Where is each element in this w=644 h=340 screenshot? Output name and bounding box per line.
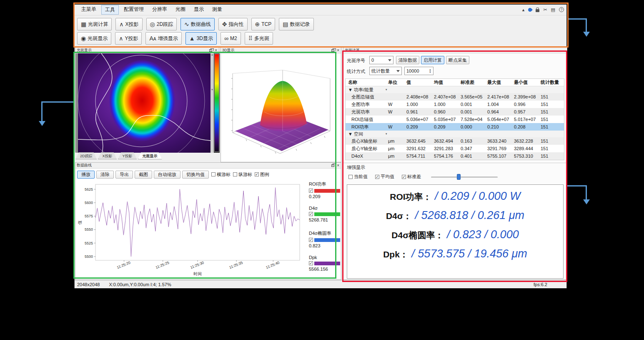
menu-aperture[interactable]: 光圈 — [172, 5, 189, 15]
legend-checkbox[interactable]: ✓ — [309, 212, 313, 216]
data-record-button-label: 数据记录 — [290, 21, 310, 28]
column-header: 单位 — [386, 79, 404, 86]
mean-value-checkbox-box[interactable]: ✓ — [375, 175, 379, 179]
2d-tracking-button[interactable]: ◎2D跟踪 — [146, 18, 177, 30]
x-projection-button[interactable]: ∧X投影 — [115, 18, 142, 30]
float-window-icon[interactable] — [209, 49, 212, 52]
std-value-checkbox-box[interactable]: ✓ — [402, 175, 406, 179]
menu-resolution[interactable]: 分辨率 — [149, 5, 170, 15]
snapshot-button[interactable]: 截图 — [135, 171, 152, 179]
legend-checkbox-box[interactable]: ✓ — [255, 172, 259, 176]
enable-calc-button[interactable]: 启用计算 — [421, 56, 444, 64]
table-group-row[interactable]: ▼ 空间▾ — [346, 131, 564, 137]
enhance-slider-track[interactable] — [431, 176, 498, 178]
spot-calc-button[interactable]: ▦光斑计算 — [77, 18, 112, 30]
table-row[interactable]: ROI总辐值5.036e+075.035e+077.528e+045.054e+… — [346, 116, 564, 123]
table-row[interactable]: 全图总辐值2.408e+082.407e+083.565e+052.417e+0… — [346, 93, 564, 101]
y-projection-button[interactable]: ∧Y投影 — [115, 32, 142, 45]
tab-2D跟踪[interactable]: 2D跟踪 — [75, 152, 97, 159]
legend-checkbox[interactable]: ✓ — [309, 238, 313, 242]
save-icon[interactable]: ▤ — [551, 7, 555, 13]
pointing-button[interactable]: ✥指向性 — [218, 18, 248, 30]
close-icon[interactable]: × — [337, 164, 339, 168]
tab-光斑显示[interactable]: 光斑显示 — [138, 152, 162, 159]
collapse-icon[interactable]: ▴ — [522, 7, 525, 13]
export-button[interactable]: 导出 — [115, 171, 133, 179]
table-row[interactable]: 质心X轴坐标μm3632.6453632.4940.1633633.240363… — [346, 137, 564, 145]
annotation-arrow-line — [567, 185, 587, 186]
v-cursor-checkbox-box[interactable] — [233, 172, 237, 176]
data-curve-button[interactable]: ∿数据曲线 — [180, 18, 215, 30]
beam-3d-plot[interactable] — [221, 53, 341, 162]
float-window-icon[interactable] — [331, 49, 334, 52]
spot-display-button[interactable]: ◉光斑显示 — [77, 32, 111, 45]
table-row[interactable]: 光斑功率W0.9610.9600.0010.9640.957151 — [346, 108, 564, 116]
peak-icon: ∧ — [119, 35, 123, 42]
help-icon[interactable]: ? — [559, 7, 564, 12]
curve-chart[interactable]: 55005525555055755600562511:25:2011:25:25… — [76, 180, 310, 280]
cell: 151 — [538, 154, 564, 159]
y-tick-label: 5500 — [85, 254, 93, 259]
panel-spot-display-titlebar: 光斑显示 × — [75, 48, 219, 53]
legend-value: 5566.156 — [309, 267, 342, 272]
beam-2d-viewport: ▲▼ — [75, 53, 220, 153]
multi-spot-button[interactable]: ⠿多光斑 — [245, 32, 273, 45]
table-row[interactable]: 质心Y轴坐标μm3291.6323291.2830.3473291.769328… — [346, 145, 564, 152]
enhance-slider-handle[interactable] — [457, 174, 461, 180]
table-row[interactable]: D4σXμm5754.7115754.1760.4015755.1075753.… — [346, 152, 564, 160]
auto-zoom-button[interactable]: 自动缩放 — [154, 171, 180, 179]
clear-button[interactable]: 清除 — [96, 171, 114, 179]
tcp-button[interactable]: ⊕TCP — [251, 18, 276, 30]
table-row[interactable]: 全图功率W1.0001.0000.0011.0040.996151 — [346, 101, 564, 108]
cell: 151 — [538, 139, 564, 144]
cell: 2.417e+08 — [485, 94, 511, 99]
legend-checkbox-label: 图例 — [260, 171, 269, 178]
legend-checkbox[interactable]: ✓ — [309, 189, 313, 193]
annotation-arrow-line — [41, 101, 43, 121]
lock-icon[interactable] — [536, 9, 539, 12]
cut-icon[interactable]: ✂ — [543, 7, 547, 13]
legend-bar-row: ✓ — [309, 212, 342, 216]
spot-index-select[interactable]: 0 — [369, 56, 393, 64]
data-record-button[interactable]: ▤数据记录 — [279, 18, 313, 30]
stat-mode-select[interactable]: 统计数量 — [369, 67, 402, 75]
menu-main[interactable]: 主菜单 — [78, 5, 100, 15]
close-icon[interactable]: × — [337, 48, 339, 53]
menu-tools[interactable]: 工具 — [101, 5, 119, 15]
cell: 7.528e+04 — [458, 117, 485, 122]
curve-toolbar: 播放清除导出截图自动缩放切换均值横游标纵游标✓图例 — [77, 170, 269, 179]
h-cursor-checkbox-box[interactable] — [211, 172, 216, 176]
menu-config[interactable]: 配置管理 — [120, 5, 147, 15]
beam-2d-image[interactable] — [75, 53, 210, 153]
v-cursor-checkbox: 纵游标 — [233, 171, 252, 178]
tab-X投影[interactable]: X投影 — [98, 152, 117, 159]
toggle-mean-button[interactable]: 切换均值 — [182, 171, 209, 179]
menu-measure[interactable]: 测量 — [209, 5, 226, 15]
enhance-display-button[interactable]: Aᴀ增强显示 — [145, 32, 181, 45]
legend-checkbox[interactable]: ✓ — [309, 261, 313, 265]
table-row[interactable]: ROI功率W0.2090.2090.0000.2100.208151 — [346, 123, 564, 131]
table-group-row[interactable]: ▼ 功率/能量▾ — [346, 86, 564, 93]
clear-data-button[interactable]: 清除数据 — [396, 56, 419, 64]
toolbar-row-1: ▦光斑计算∧X投影◎2D跟踪∿数据曲线✥指向性⊕TCP▤数据记录 — [77, 18, 314, 30]
close-icon[interactable]: × — [215, 48, 217, 53]
play-button[interactable]: 播放 — [77, 171, 95, 179]
current-value-checkbox: 当前值 — [348, 174, 368, 180]
m2-button[interactable]: ∞M2 — [221, 32, 241, 45]
annotation-arrow-line — [569, 18, 587, 20]
group-collapse-icon[interactable]: ▾ — [386, 132, 387, 136]
3d-display-button[interactable]: ▲3D显示 — [185, 32, 217, 45]
float-window-icon[interactable] — [331, 164, 334, 167]
pin-icon[interactable] — [528, 7, 533, 13]
group-collapse-icon[interactable]: ▾ — [386, 88, 387, 91]
legend-label: ROI功率 — [309, 181, 342, 187]
current-value-checkbox-box[interactable] — [348, 175, 353, 179]
breakpoint-capture-button[interactable]: 断点采集 — [446, 56, 469, 64]
panel-title: 光斑显示 — [77, 48, 92, 53]
spinner-arrows-icon[interactable]: ▲▼ — [429, 68, 431, 73]
tab-Y投影[interactable]: Y投影 — [118, 152, 137, 159]
beam-2d-scrollbar[interactable]: ▲▼ — [210, 53, 214, 153]
stat-count-value: 10000 — [406, 68, 419, 73]
stat-count-spinner[interactable]: 10000 ▲▼ — [404, 67, 434, 75]
menu-display[interactable]: 显示 — [190, 5, 207, 15]
